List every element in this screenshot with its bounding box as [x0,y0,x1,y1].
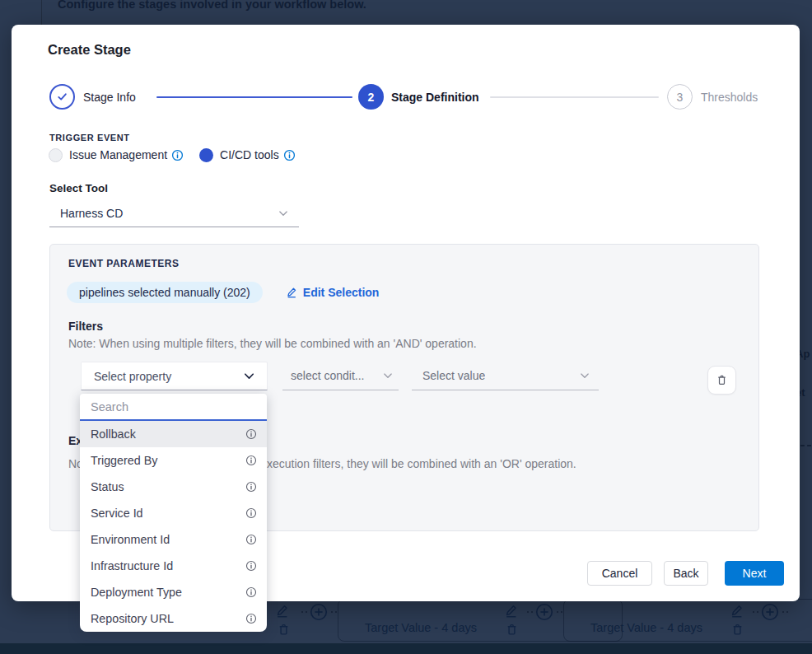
edit-icon [275,604,289,618]
dropdown-option-label: Environment Id [91,533,170,546]
connector-dashes [331,611,337,613]
radio-issue-management[interactable] [49,148,63,162]
backdrop-card-label: Target Value - 4 days [590,621,702,634]
trash-icon [730,623,744,637]
info-icon[interactable] [171,149,184,161]
info-icon[interactable] [245,534,257,545]
dropdown-option-infrastructure-id[interactable]: Infrastructure Id [80,553,267,579]
backdrop-divider [41,0,42,25]
dropdown-option-label: Repository URL [91,612,174,625]
info-icon[interactable] [245,455,257,466]
value-select[interactable]: Select value [412,362,599,390]
info-icon[interactable] [245,613,257,624]
trigger-event-label: TRIGGER EVENT [49,133,130,142]
info-icon[interactable] [245,481,257,493]
radio-cicd-tools[interactable] [199,148,213,162]
dropdown-option-label: Service Id [91,507,143,520]
info-icon[interactable] [245,428,257,440]
edit-icon [730,604,744,618]
dropdown-option-label: Triggered By [91,454,157,467]
selection-row: pipelines selected manually (202) Edit S… [67,282,379,303]
dropdown-option-status[interactable]: Status [80,474,267,500]
stepper-connector-active [156,96,352,98]
dropdown-option-label: Rollback [91,427,136,441]
info-icon[interactable] [245,586,257,598]
trigger-event-options: Issue Management CI/CD tools [49,147,296,163]
edit-selection-link[interactable]: Edit Selection [286,286,380,299]
create-stage-dialog: Create Stage Stage Info 2 Stage Definiti… [12,25,800,601]
check-icon [56,91,68,103]
dropdown-option-service-id[interactable]: Service Id [80,500,267,526]
property-select[interactable]: Select property [81,362,268,390]
execution-filters-note: xecution filters, they will be combined … [267,457,576,470]
add-node-icon [535,603,553,621]
filters-note: Note: When using multiple filters, they … [68,337,477,350]
property-select-value: Select property [94,370,171,383]
connector-dashes [527,611,533,613]
search-input[interactable] [80,400,267,413]
step-stage-definition-label: Stage Definition [391,91,479,104]
next-button[interactable]: Next [725,561,784,586]
step-stage-info-indicator[interactable] [49,84,75,110]
filters-heading: Filters [68,320,103,333]
add-node-icon [761,603,779,621]
trash-icon [505,623,519,637]
property-dropdown: Rollback Triggered By Status Service Id … [80,394,267,632]
backdrop-card-label: Target Value - 4 days [365,621,477,634]
cancel-button[interactable]: Cancel [587,561,652,586]
connector-dashes [782,611,788,613]
step-stage-info-label: Stage Info [83,91,136,104]
selection-badge: pipelines selected manually (202) [67,282,263,303]
tool-select-value: Harness CD [60,207,123,220]
connector-dashes [557,611,562,613]
condition-select[interactable]: select condit... [282,362,399,390]
event-parameters-heading: EVENT PARAMETERS [68,258,179,269]
dropdown-option-label: Infrastructure Id [91,559,173,572]
info-icon[interactable] [245,560,257,572]
back-button[interactable]: Back [664,561,708,586]
dropdown-option-triggered-by[interactable]: Triggered By [80,447,267,474]
chevron-down-icon [278,208,289,219]
connector-dashes [301,611,307,613]
info-icon[interactable] [283,149,296,161]
edit-icon [504,604,518,618]
step-thresholds-indicator[interactable]: 3 [667,84,693,110]
tool-select[interactable]: Harness CD [49,200,299,227]
delete-filter-button[interactable] [707,366,736,395]
step-thresholds-label: Thresholds [701,91,758,104]
info-icon[interactable] [245,507,257,519]
dropdown-option-environment-id[interactable]: Environment Id [80,526,267,553]
chevron-down-icon [243,370,255,382]
chevron-down-icon [579,370,590,381]
value-select-value: Select value [422,369,485,382]
dropdown-option-deployment-type[interactable]: Deployment Type [80,579,267,605]
dialog-title: Create Stage [48,42,131,58]
connector-dashes [753,611,758,613]
dropdown-search-row [80,394,267,421]
radio-issue-management-label: Issue Management [69,148,167,161]
edit-icon [286,287,297,298]
radio-cicd-tools-label: CI/CD tools [220,148,279,161]
add-node-icon [310,603,328,621]
condition-select-value: select condit... [291,369,365,382]
select-tool-label: Select Tool [49,182,108,194]
edit-selection-label: Edit Selection [303,286,380,299]
trash-icon [277,623,291,637]
trash-icon [716,374,728,386]
dropdown-option-label: Status [91,480,124,493]
chevron-down-icon [382,370,394,381]
stepper-connector-pending [490,96,659,98]
backdrop-heading: Configure the stages involved in your wo… [58,0,366,11]
backdrop-dashed-connector [800,445,811,446]
dropdown-option-repository-url[interactable]: Repository URL [80,605,267,632]
backdrop-footer-band [0,643,812,654]
dropdown-option-rollback[interactable]: Rollback [80,421,267,447]
dropdown-option-label: Deployment Type [91,586,182,599]
step-stage-definition-indicator[interactable]: 2 [358,84,384,110]
